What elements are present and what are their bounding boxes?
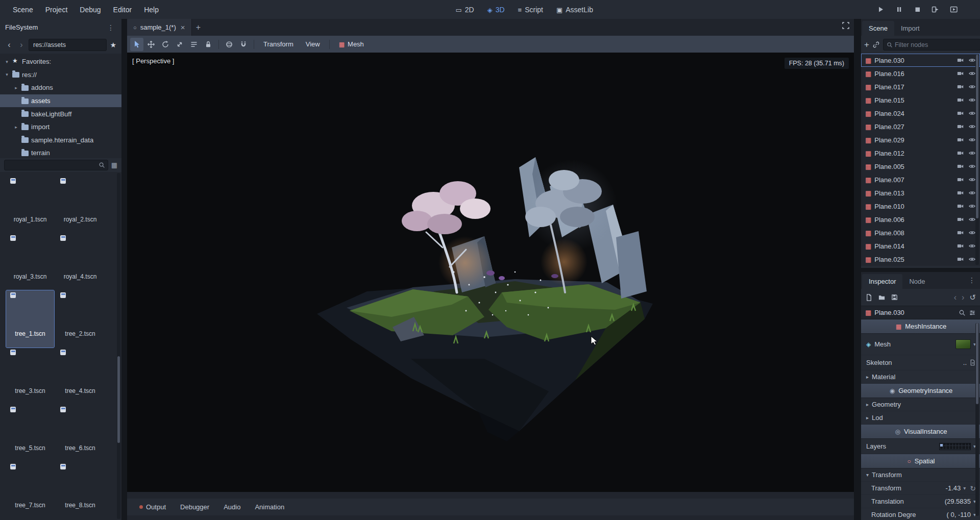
property-transform[interactable]: Transform -1.43 ▾ ↻	[861, 482, 980, 495]
pause-button[interactable]	[893, 4, 904, 15]
dock-splitter[interactable]	[861, 268, 980, 272]
video-camera-icon[interactable]	[957, 136, 964, 143]
transform-menu[interactable]: Transform	[258, 38, 299, 51]
dock-tab[interactable]: Node	[902, 274, 932, 289]
property-rotation-degrees[interactable]: Rotation Degre ( 0, -110 ▾	[861, 508, 980, 520]
visibility-eye-icon[interactable]	[968, 256, 976, 263]
file-item[interactable]: tree_2.tscn	[56, 290, 104, 348]
tree-item[interactable]: addons	[0, 81, 121, 94]
list-select-tool-button[interactable]	[187, 38, 201, 51]
file-item[interactable]: tree_5.tscn	[6, 405, 54, 462]
video-camera-icon[interactable]	[957, 176, 964, 183]
visibility-eye-icon[interactable]	[968, 229, 976, 236]
file-item[interactable]: royal_4.tscn	[56, 233, 104, 290]
file-item[interactable]: tree_8.tscn	[56, 462, 104, 519]
file-item[interactable]: royal_2.tscn	[56, 176, 104, 233]
breadcrumb[interactable]: res://assets	[29, 39, 107, 51]
visibility-eye-icon[interactable]	[968, 123, 976, 130]
expand-arrow-icon[interactable]	[13, 125, 19, 130]
perspective-menu[interactable]: [ Perspective ]	[132, 57, 174, 65]
new-scene-tab-button[interactable]: +	[192, 21, 205, 34]
play-custom-scene-button[interactable]	[948, 4, 960, 15]
menu-item[interactable]: Scene	[7, 4, 39, 16]
group-transform[interactable]: ▾ Transform	[861, 468, 980, 482]
file-item[interactable]: royal_1.tscn	[6, 176, 54, 233]
category-meshinstance[interactable]: ▦ MeshInstance	[861, 319, 980, 334]
play-scene-button[interactable]	[930, 4, 941, 15]
video-camera-icon[interactable]	[957, 110, 964, 117]
visibility-eye-icon[interactable]	[968, 203, 976, 210]
visibility-eye-icon[interactable]	[968, 176, 976, 183]
stop-button[interactable]	[912, 4, 923, 15]
instance-scene-button[interactable]	[872, 39, 880, 51]
workspace-tab[interactable]: AssetLib	[551, 4, 598, 16]
section-lod[interactable]: ▸ Lod	[861, 411, 980, 425]
translation-value[interactable]: (29.5835	[945, 498, 971, 505]
favorite-star-icon[interactable]: ★	[109, 41, 117, 49]
workspace-tab[interactable]: 3D	[482, 4, 510, 16]
workspace-tab[interactable]: Script	[513, 4, 548, 16]
scene-node-row[interactable]: ▦ Plane.006	[861, 213, 980, 226]
property-tools-icon[interactable]	[969, 309, 976, 316]
expand-arrow-icon[interactable]	[4, 59, 10, 64]
add-node-button[interactable]: +	[864, 39, 869, 51]
tree-item[interactable]: terrain	[0, 146, 121, 158]
expand-arrow-icon[interactable]	[4, 72, 10, 77]
scene-node-row[interactable]: ▦ Plane.024	[861, 107, 980, 120]
video-camera-icon[interactable]	[957, 203, 964, 210]
load-resource-button[interactable]	[878, 293, 886, 301]
visibility-eye-icon[interactable]	[968, 70, 976, 77]
property-mesh[interactable]: ◈ Mesh ▾	[861, 334, 980, 355]
visibility-eye-icon[interactable]	[968, 163, 976, 170]
menu-item[interactable]: Help	[138, 4, 164, 16]
rotate-tool-button[interactable]	[159, 38, 172, 51]
mesh-preview-thumbnail[interactable]	[955, 339, 971, 349]
visibility-eye-icon[interactable]	[968, 216, 976, 223]
scene-node-row[interactable]: ▦ Plane.017	[861, 80, 980, 93]
history-forward-icon[interactable]: ›	[962, 294, 964, 301]
video-camera-icon[interactable]	[957, 150, 964, 157]
visibility-eye-icon[interactable]	[968, 83, 976, 90]
bottom-panel-tab[interactable]: Audio	[218, 501, 246, 513]
property-layers[interactable]: Layers ▾	[861, 439, 980, 454]
file-item[interactable]: tree_4.tscn	[56, 348, 104, 405]
scene-node-row[interactable]: ▦ Plane.005	[861, 160, 980, 173]
search-properties-icon[interactable]	[959, 309, 966, 316]
visibility-eye-icon[interactable]	[968, 242, 976, 250]
category-visualinstance[interactable]: ◎ VisualInstance	[861, 425, 980, 439]
lock-button[interactable]	[202, 38, 215, 51]
select-tool-button[interactable]	[130, 38, 143, 51]
video-camera-icon[interactable]	[957, 256, 964, 263]
video-camera-icon[interactable]	[957, 83, 964, 90]
menu-item[interactable]: Debug	[74, 4, 106, 16]
3d-viewport[interactable]: [ Perspective ] FPS: 28 (35.71 ms)	[127, 53, 854, 492]
visibility-eye-icon[interactable]	[968, 189, 976, 196]
scene-node-row[interactable]: ▦ Plane.027	[861, 120, 980, 133]
object-history-icon[interactable]: ↺	[969, 293, 976, 302]
transform-value[interactable]: -1.43	[946, 484, 961, 492]
inspector-scrollbar[interactable]	[975, 323, 979, 516]
tree-item[interactable]: res://	[0, 68, 121, 82]
dock-tab[interactable]: Scene	[862, 21, 894, 36]
bottom-panel-tab[interactable]: Debugger	[175, 501, 214, 513]
section-material[interactable]: ▸ Material	[861, 370, 980, 384]
property-translation[interactable]: Translation (29.5835 ▾	[861, 495, 980, 508]
file-item[interactable]: tree_1.tscn	[6, 290, 54, 348]
video-camera-icon[interactable]	[957, 96, 964, 104]
skeleton-path-value[interactable]: ..	[963, 359, 967, 366]
visibility-eye-icon[interactable]	[968, 57, 976, 64]
scene-node-row[interactable]: ▦ Plane.008	[861, 226, 980, 239]
visibility-eye-icon[interactable]	[968, 110, 976, 117]
file-item[interactable]: royal_3.tscn	[6, 233, 54, 290]
section-geometry[interactable]: ▸ Geometry	[861, 398, 980, 411]
file-item[interactable]: tree_7.tscn	[6, 462, 54, 519]
expand-arrow-icon[interactable]	[13, 85, 19, 90]
save-resource-button[interactable]	[891, 293, 898, 301]
mesh-menu[interactable]: ▦Mesh	[333, 38, 370, 51]
dock-tab[interactable]: Import	[894, 21, 926, 36]
tree-item[interactable]: Favorites:	[0, 55, 121, 68]
dock-options-icon[interactable]: ⋮	[105, 23, 116, 32]
scene-node-row[interactable]: ▦ Plane.007	[861, 173, 980, 186]
filter-nodes-input[interactable]	[895, 41, 977, 48]
video-camera-icon[interactable]	[957, 229, 964, 236]
